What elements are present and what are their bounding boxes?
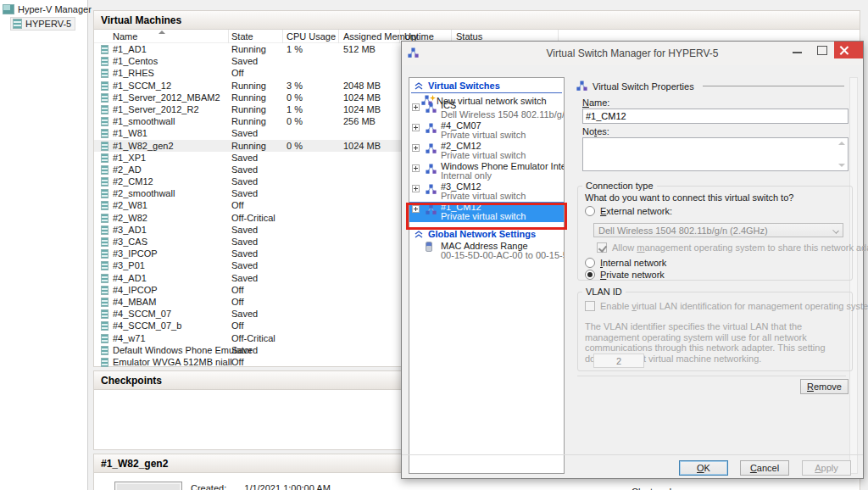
vm-icon bbox=[101, 286, 108, 295]
checkbox-checked-icon[interactable] bbox=[597, 242, 607, 253]
switch-list-item[interactable]: #2_CM12 Private virtual switch bbox=[409, 141, 564, 161]
hyper-v-manager-screen: Hyper-V Manager HYPERV-5 Virtual Machine… bbox=[0, 0, 868, 490]
vm-state: Saved bbox=[231, 225, 258, 235]
radio-icon[interactable] bbox=[585, 206, 595, 216]
clustered-field: Clustered: bbox=[632, 487, 674, 490]
radio-selected-icon[interactable] bbox=[585, 270, 595, 280]
virtual-switch-icon bbox=[426, 184, 437, 195]
remove-button[interactable]: Remove bbox=[800, 379, 849, 394]
maximize-button[interactable] bbox=[810, 42, 834, 58]
expander-plus-icon[interactable] bbox=[412, 164, 420, 172]
minimize-button[interactable] bbox=[785, 42, 810, 58]
name-label: Name: bbox=[582, 97, 609, 108]
virtual-switch-icon bbox=[426, 103, 437, 114]
vm-name: #2_CM12 bbox=[113, 176, 153, 187]
virtual-switch-icon bbox=[426, 164, 437, 175]
vm-icon bbox=[101, 189, 108, 198]
vm-state: Running bbox=[231, 141, 266, 151]
virtual-switch-icon bbox=[426, 204, 437, 215]
vm-name: #4_IPCOP bbox=[113, 285, 158, 295]
vm-name: #1_Centos bbox=[113, 56, 158, 66]
vm-state: Saved bbox=[231, 188, 258, 198]
vm-state: Saved bbox=[231, 273, 258, 283]
vm-name: #4_AD1 bbox=[113, 273, 147, 283]
vm-state: Saved bbox=[231, 260, 258, 270]
virtual-switch-icon bbox=[426, 123, 437, 134]
vm-state: Saved bbox=[231, 248, 258, 259]
column-divider[interactable] bbox=[228, 30, 229, 43]
column-header-name[interactable]: Name bbox=[113, 31, 137, 42]
internal-network-radio[interactable]: Internal network bbox=[585, 258, 666, 268]
notes-label: Notes: bbox=[582, 126, 609, 136]
switch-type: Private virtual switch bbox=[441, 150, 526, 160]
properties-section-header: Virtual Switch Properties bbox=[576, 81, 844, 92]
mac-address-range-item[interactable]: MAC Address Range 00-15-5D-00-AC-00 to 0… bbox=[409, 241, 564, 263]
expander-plus-icon[interactable] bbox=[412, 144, 420, 152]
share-adapter-checkbox[interactable]: Allow management operating system to sha… bbox=[597, 242, 868, 253]
radio-icon[interactable] bbox=[585, 258, 595, 268]
connection-type-group: Connection type What do you want to conn… bbox=[577, 186, 853, 281]
switch-list-item[interactable]: Windows Phone Emulator Internal ... Inte… bbox=[409, 161, 564, 181]
vm-icon bbox=[101, 214, 108, 223]
expander-plus-icon[interactable] bbox=[412, 205, 420, 213]
vm-assigned-memory: 2048 MB bbox=[343, 81, 381, 91]
switch-name-input[interactable] bbox=[582, 109, 849, 124]
tree-item-hyperv-5[interactable]: HYPERV-5 bbox=[10, 17, 75, 31]
switch-list-item[interactable]: #4_CM07 Private virtual switch bbox=[409, 120, 564, 141]
checkbox-icon[interactable] bbox=[585, 301, 595, 311]
vm-state: Saved bbox=[231, 128, 258, 138]
vm-name: #1_RHES bbox=[113, 68, 154, 78]
notes-textarea[interactable] bbox=[582, 137, 849, 171]
vm-cpu-usage: 3 % bbox=[287, 81, 303, 91]
column-divider[interactable] bbox=[338, 30, 339, 43]
vlan-enable-label: Enable virtual LAN identification for ma… bbox=[600, 301, 868, 311]
switch-list-item[interactable]: #3_CM12 Private virtual switch bbox=[409, 181, 564, 202]
vm-icon bbox=[101, 321, 108, 331]
vm-icon bbox=[101, 249, 108, 259]
vlan-id-title: VLAN ID bbox=[582, 287, 626, 297]
ok-button[interactable]: OK bbox=[679, 460, 728, 476]
vm-state: Off bbox=[231, 200, 243, 210]
expander-plus-icon[interactable] bbox=[412, 185, 420, 192]
dialog-titlebar[interactable]: Virtual Switch Manager for HYPERV-5 bbox=[402, 42, 863, 65]
switch-list-item[interactable]: #1_CM12 Private virtual switch bbox=[409, 202, 564, 222]
clustered-label: Clustered: bbox=[632, 487, 674, 490]
connection-type-title: Connection type bbox=[582, 181, 657, 191]
close-button[interactable] bbox=[834, 42, 863, 58]
vm-name: #4_SCCM_07_b bbox=[113, 320, 181, 331]
virtual-switches-header[interactable]: Virtual Switches bbox=[409, 81, 564, 91]
vm-icon bbox=[101, 309, 108, 319]
cancel-button[interactable]: Cancel bbox=[740, 460, 789, 476]
window-controls bbox=[785, 42, 863, 58]
adapter-value: Dell Wireless 1504 802.11b/g/n (2.4GHz) bbox=[598, 226, 768, 236]
properties-title: Virtual Switch Properties bbox=[593, 81, 694, 92]
expander-plus-icon[interactable] bbox=[412, 103, 420, 111]
scroll-up-icon[interactable] bbox=[838, 142, 845, 145]
column-divider[interactable] bbox=[282, 30, 283, 43]
vm-assigned-memory: 1024 MB bbox=[343, 104, 381, 114]
tree-item-hyperv-manager[interactable]: Hyper-V Manager bbox=[3, 4, 92, 14]
vm-assigned-memory: 256 MB bbox=[343, 116, 376, 126]
vm-state: Saved bbox=[231, 237, 258, 247]
vlan-id-input[interactable]: 2 bbox=[593, 354, 644, 368]
global-network-settings-header[interactable]: Global Network Settings bbox=[409, 229, 564, 239]
column-divider[interactable] bbox=[399, 30, 400, 43]
tree-server-label: HYPERV-5 bbox=[25, 19, 71, 29]
apply-button[interactable]: Apply bbox=[802, 460, 851, 476]
network-adapter-dropdown[interactable]: Dell Wireless 1504 802.11b/g/n (2.4GHz) bbox=[593, 223, 843, 237]
column-header-state[interactable]: State bbox=[231, 31, 253, 42]
expander-plus-icon[interactable] bbox=[412, 124, 420, 131]
section-header-text: Global Network Settings bbox=[428, 229, 536, 239]
switch-list-item[interactable]: ICS Dell Wireless 1504 802.11b/g/n (2... bbox=[409, 100, 564, 120]
vm-state: Saved bbox=[231, 56, 258, 66]
column-header-cpu-usage[interactable]: CPU Usage bbox=[287, 31, 336, 42]
vm-icon bbox=[101, 129, 108, 138]
vm-cpu-usage: 1 % bbox=[287, 104, 303, 114]
scroll-down-icon[interactable] bbox=[838, 164, 845, 167]
external-network-radio[interactable]: External network: bbox=[585, 206, 672, 216]
vm-name: #1_W81 bbox=[113, 128, 147, 138]
vm-state: Off bbox=[231, 285, 243, 295]
private-network-radio[interactable]: Private network bbox=[585, 270, 665, 280]
mac-range-value: 00-15-5D-00-AC-00 to 00-15-5D-0... bbox=[441, 250, 565, 260]
vlan-enable-checkbox[interactable]: Enable virtual LAN identification for ma… bbox=[585, 301, 868, 311]
